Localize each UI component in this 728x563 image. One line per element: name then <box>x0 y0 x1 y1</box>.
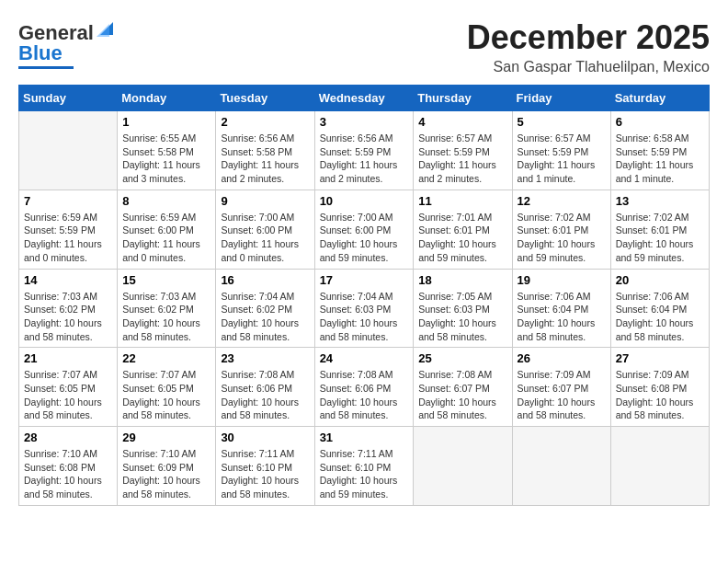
week-row-1: 1Sunrise: 6:55 AMSunset: 5:58 PMDaylight… <box>19 111 710 190</box>
calendar-cell: 1Sunrise: 6:55 AMSunset: 5:58 PMDaylight… <box>118 111 216 190</box>
day-number: 24 <box>320 351 409 365</box>
day-info: Sunrise: 7:01 AMSunset: 6:01 PMDaylight:… <box>418 211 506 265</box>
day-info: Sunrise: 7:10 AMSunset: 6:09 PMDaylight:… <box>122 447 210 501</box>
calendar-cell: 25Sunrise: 7:08 AMSunset: 6:07 PMDayligh… <box>414 348 512 427</box>
day-info: Sunrise: 7:09 AMSunset: 6:08 PMDaylight:… <box>616 368 704 422</box>
day-info: Sunrise: 7:09 AMSunset: 6:07 PMDaylight:… <box>518 368 606 422</box>
logo-triangle-icon <box>97 18 117 37</box>
calendar-cell: 14Sunrise: 7:03 AMSunset: 6:02 PMDayligh… <box>19 269 118 348</box>
weekday-header-tuesday: Tuesday <box>216 86 314 111</box>
calendar-cell: 18Sunrise: 7:05 AMSunset: 6:03 PMDayligh… <box>414 269 512 348</box>
week-row-4: 21Sunrise: 7:07 AMSunset: 6:05 PMDayligh… <box>19 348 710 427</box>
day-info: Sunrise: 7:07 AMSunset: 6:05 PMDaylight:… <box>122 368 210 422</box>
day-info: Sunrise: 7:03 AMSunset: 6:02 PMDaylight:… <box>122 290 210 344</box>
calendar-table: SundayMondayTuesdayWednesdayThursdayFrid… <box>18 85 710 506</box>
day-info: Sunrise: 6:57 AMSunset: 5:59 PMDaylight:… <box>418 132 506 186</box>
calendar-cell: 22Sunrise: 7:07 AMSunset: 6:05 PMDayligh… <box>118 348 216 427</box>
calendar-cell <box>414 427 512 506</box>
calendar-cell: 23Sunrise: 7:08 AMSunset: 6:06 PMDayligh… <box>216 348 314 427</box>
day-number: 8 <box>122 194 210 208</box>
calendar-cell: 12Sunrise: 7:02 AMSunset: 6:01 PMDayligh… <box>512 190 610 269</box>
calendar-cell: 3Sunrise: 6:56 AMSunset: 5:59 PMDaylight… <box>314 111 414 190</box>
day-number: 26 <box>518 351 606 365</box>
day-number: 18 <box>418 273 506 287</box>
calendar-cell: 29Sunrise: 7:10 AMSunset: 6:09 PMDayligh… <box>118 427 216 506</box>
weekday-header-row: SundayMondayTuesdayWednesdayThursdayFrid… <box>19 86 710 111</box>
title-area: December 2025 San Gaspar Tlahuelilpan, M… <box>467 18 710 75</box>
calendar-cell: 28Sunrise: 7:10 AMSunset: 6:08 PMDayligh… <box>19 427 118 506</box>
weekday-header-sunday: Sunday <box>19 86 118 111</box>
day-number: 20 <box>616 273 704 287</box>
calendar-cell: 16Sunrise: 7:04 AMSunset: 6:02 PMDayligh… <box>216 269 314 348</box>
day-number: 15 <box>122 273 210 287</box>
calendar-cell: 31Sunrise: 7:11 AMSunset: 6:10 PMDayligh… <box>314 427 414 506</box>
day-number: 5 <box>518 115 606 129</box>
calendar-cell <box>512 427 610 506</box>
logo-underline <box>18 66 74 69</box>
day-number: 3 <box>320 115 409 129</box>
day-number: 30 <box>221 431 309 444</box>
week-row-5: 28Sunrise: 7:10 AMSunset: 6:08 PMDayligh… <box>19 427 710 506</box>
day-info: Sunrise: 7:08 AMSunset: 6:06 PMDaylight:… <box>320 368 409 422</box>
calendar-cell: 2Sunrise: 6:56 AMSunset: 5:58 PMDaylight… <box>216 111 314 190</box>
calendar-cell: 13Sunrise: 7:02 AMSunset: 6:01 PMDayligh… <box>610 190 709 269</box>
day-number: 10 <box>320 194 409 208</box>
day-info: Sunrise: 7:06 AMSunset: 6:04 PMDaylight:… <box>616 290 704 344</box>
logo-blue-text: Blue <box>18 42 63 64</box>
day-info: Sunrise: 6:56 AMSunset: 5:58 PMDaylight:… <box>221 132 309 186</box>
day-number: 1 <box>122 115 210 129</box>
day-info: Sunrise: 6:55 AMSunset: 5:58 PMDaylight:… <box>122 132 210 186</box>
day-number: 16 <box>221 273 309 287</box>
day-number: 21 <box>24 351 112 365</box>
day-info: Sunrise: 7:00 AMSunset: 6:00 PMDaylight:… <box>221 211 309 265</box>
day-info: Sunrise: 7:03 AMSunset: 6:02 PMDaylight:… <box>24 290 112 344</box>
calendar-cell <box>19 111 118 190</box>
day-number: 17 <box>320 273 409 287</box>
calendar-cell: 19Sunrise: 7:06 AMSunset: 6:04 PMDayligh… <box>512 269 610 348</box>
day-number: 7 <box>24 194 112 208</box>
day-info: Sunrise: 7:11 AMSunset: 6:10 PMDaylight:… <box>221 447 309 501</box>
day-number: 13 <box>616 194 704 208</box>
calendar-cell: 17Sunrise: 7:04 AMSunset: 6:03 PMDayligh… <box>314 269 414 348</box>
day-info: Sunrise: 6:58 AMSunset: 5:59 PMDaylight:… <box>616 132 704 186</box>
calendar-cell: 11Sunrise: 7:01 AMSunset: 6:01 PMDayligh… <box>414 190 512 269</box>
calendar-cell: 4Sunrise: 6:57 AMSunset: 5:59 PMDaylight… <box>414 111 512 190</box>
location-title: San Gaspar Tlahuelilpan, Mexico <box>467 59 710 75</box>
day-info: Sunrise: 7:06 AMSunset: 6:04 PMDaylight:… <box>518 290 606 344</box>
day-number: 23 <box>221 351 309 365</box>
calendar-cell <box>610 427 709 506</box>
calendar-cell: 5Sunrise: 6:57 AMSunset: 5:59 PMDaylight… <box>512 111 610 190</box>
calendar-cell: 30Sunrise: 7:11 AMSunset: 6:10 PMDayligh… <box>216 427 314 506</box>
day-info: Sunrise: 7:10 AMSunset: 6:08 PMDaylight:… <box>24 447 112 501</box>
calendar-cell: 26Sunrise: 7:09 AMSunset: 6:07 PMDayligh… <box>512 348 610 427</box>
day-info: Sunrise: 7:07 AMSunset: 6:05 PMDaylight:… <box>24 368 112 422</box>
day-number: 9 <box>221 194 309 208</box>
day-info: Sunrise: 7:02 AMSunset: 6:01 PMDaylight:… <box>616 211 704 265</box>
calendar-cell: 20Sunrise: 7:06 AMSunset: 6:04 PMDayligh… <box>610 269 709 348</box>
calendar-cell: 9Sunrise: 7:00 AMSunset: 6:00 PMDaylight… <box>216 190 314 269</box>
day-info: Sunrise: 7:11 AMSunset: 6:10 PMDaylight:… <box>320 447 409 501</box>
page-header: General Blue December 2025 San Gaspar Tl… <box>18 18 710 75</box>
day-number: 31 <box>320 431 409 444</box>
day-number: 28 <box>24 431 112 444</box>
day-info: Sunrise: 7:08 AMSunset: 6:06 PMDaylight:… <box>221 368 309 422</box>
weekday-header-saturday: Saturday <box>610 86 709 111</box>
day-number: 2 <box>221 115 309 129</box>
weekday-header-monday: Monday <box>118 86 216 111</box>
day-number: 29 <box>122 431 210 444</box>
logo: General Blue <box>18 18 117 69</box>
day-number: 14 <box>24 273 112 287</box>
day-number: 4 <box>418 115 506 129</box>
week-row-3: 14Sunrise: 7:03 AMSunset: 6:02 PMDayligh… <box>19 269 710 348</box>
calendar-cell: 24Sunrise: 7:08 AMSunset: 6:06 PMDayligh… <box>314 348 414 427</box>
month-title: December 2025 <box>467 18 710 57</box>
day-info: Sunrise: 7:04 AMSunset: 6:03 PMDaylight:… <box>320 290 409 344</box>
day-info: Sunrise: 7:02 AMSunset: 6:01 PMDaylight:… <box>518 211 606 265</box>
day-number: 25 <box>418 351 506 365</box>
day-info: Sunrise: 6:56 AMSunset: 5:59 PMDaylight:… <box>320 132 409 186</box>
day-info: Sunrise: 7:04 AMSunset: 6:02 PMDaylight:… <box>221 290 309 344</box>
day-info: Sunrise: 6:59 AMSunset: 6:00 PMDaylight:… <box>122 211 210 265</box>
calendar-cell: 27Sunrise: 7:09 AMSunset: 6:08 PMDayligh… <box>610 348 709 427</box>
day-number: 19 <box>518 273 606 287</box>
calendar-cell: 15Sunrise: 7:03 AMSunset: 6:02 PMDayligh… <box>118 269 216 348</box>
